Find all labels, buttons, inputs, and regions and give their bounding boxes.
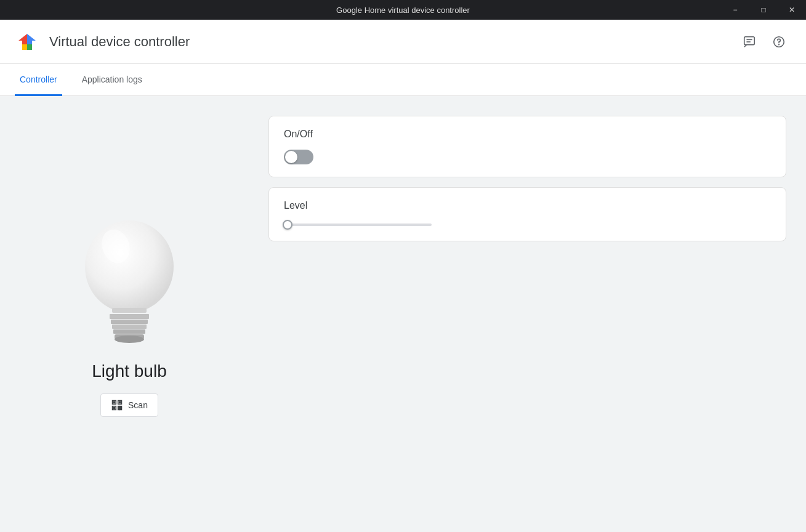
feedback-icon	[743, 35, 756, 49]
svg-rect-17	[119, 401, 121, 403]
scan-button-label: Scan	[128, 400, 148, 410]
svg-rect-22	[120, 406, 122, 408]
feedback-button[interactable]	[737, 30, 762, 54]
maximize-button[interactable]: □	[749, 0, 778, 20]
minimize-button[interactable]: −	[721, 0, 749, 20]
slider-thumb[interactable]	[283, 220, 292, 230]
window-title: Google Home virtual device controller	[336, 6, 470, 15]
help-button[interactable]	[767, 30, 791, 54]
controls-panel: On/Off Level	[259, 96, 806, 532]
svg-rect-9	[111, 320, 148, 324]
tab-application-logs[interactable]: Application logs	[77, 65, 147, 96]
svg-rect-24	[120, 408, 122, 410]
svg-rect-0	[744, 36, 755, 44]
help-icon	[772, 35, 786, 49]
level-card: Level	[268, 187, 786, 241]
maximize-icon: □	[761, 6, 765, 14]
device-image	[68, 211, 191, 347]
device-name: Light bulb	[92, 361, 166, 381]
svg-rect-15	[113, 401, 115, 403]
toggle-thumb	[285, 151, 297, 163]
svg-rect-19	[113, 407, 115, 409]
level-slider-container	[284, 221, 771, 228]
titlebar: Google Home virtual device controller − …	[0, 0, 806, 20]
header: Virtual device controller	[0, 20, 806, 64]
app-title: Virtual device controller	[49, 34, 737, 50]
on-off-toggle[interactable]	[284, 150, 313, 164]
qr-code-icon	[111, 399, 123, 411]
svg-rect-23	[118, 408, 120, 410]
lightbulb-icon	[68, 208, 191, 350]
on-off-card: On/Off	[268, 116, 786, 177]
svg-rect-21	[118, 406, 120, 408]
google-home-logo	[15, 30, 39, 54]
level-label: Level	[284, 200, 771, 211]
tabs: Controller Application logs	[0, 64, 806, 96]
app-window: Virtual device controller Co	[0, 20, 806, 532]
svg-point-5	[85, 220, 174, 313]
tab-application-logs-label: Application logs	[82, 75, 142, 84]
on-off-label: On/Off	[284, 129, 771, 140]
svg-point-13	[115, 336, 144, 343]
svg-rect-7	[112, 308, 147, 313]
svg-rect-11	[113, 329, 145, 334]
scan-button[interactable]: Scan	[100, 393, 158, 417]
window-controls: − □ ✕	[721, 0, 806, 20]
main-content: Light bulb Scan	[0, 96, 806, 532]
header-actions	[737, 30, 791, 54]
tab-controller[interactable]: Controller	[15, 65, 62, 96]
slider-track	[284, 224, 432, 226]
close-button[interactable]: ✕	[778, 0, 806, 20]
svg-rect-8	[110, 314, 149, 319]
svg-rect-10	[112, 324, 147, 329]
tab-controller-label: Controller	[20, 75, 57, 84]
device-panel: Light bulb Scan	[0, 96, 259, 532]
close-icon: ✕	[789, 6, 795, 14]
minimize-icon: −	[733, 6, 737, 14]
toggle-track	[284, 150, 313, 164]
svg-point-4	[779, 44, 780, 44]
